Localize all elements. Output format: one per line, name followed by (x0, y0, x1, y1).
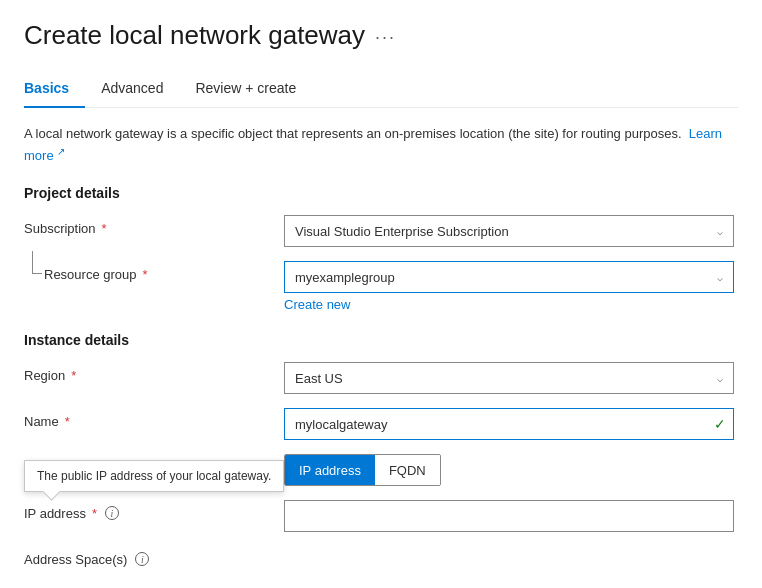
name-required: * (65, 414, 70, 429)
name-check-icon: ✓ (714, 416, 726, 432)
ip-address-input[interactable] (284, 500, 734, 532)
ip-address-required: * (92, 506, 97, 521)
external-link-icon: ↗ (57, 146, 65, 157)
subscription-row: Subscription * Visual Studio Enterprise … (24, 215, 738, 247)
ip-address-label-col: The public IP address of your local gate… (24, 500, 284, 521)
region-row: Region * East US ⌵ (24, 362, 738, 394)
project-details-section: Project details Subscription * Visual St… (24, 185, 738, 312)
ip-address-tooltip: The public IP address of your local gate… (24, 460, 284, 492)
instance-details-heading: Instance details (24, 332, 738, 348)
resource-group-chevron-icon: ⌵ (717, 272, 723, 283)
name-input-wrapper: ✓ (284, 408, 734, 440)
region-required: * (71, 368, 76, 383)
ip-address-info-icon[interactable]: i (105, 506, 119, 520)
ellipsis-menu-button[interactable]: ··· (375, 27, 396, 48)
tab-bar: Basics Advanced Review + create (24, 71, 738, 108)
resource-group-label: Resource group (44, 267, 137, 282)
name-control: ✓ (284, 408, 738, 440)
subscription-dropdown[interactable]: Visual Studio Enterprise Subscription ⌵ (284, 215, 734, 247)
instance-details-section: Instance details Region * East US ⌵ Name… (24, 332, 738, 588)
page-title: Create local network gateway (24, 20, 365, 51)
region-label-col: Region * (24, 362, 284, 383)
address-space-label: Address Space(s) (24, 552, 127, 567)
region-label: Region (24, 368, 65, 383)
tab-review-create[interactable]: Review + create (195, 72, 312, 108)
ip-address-row: The public IP address of your local gate… (24, 500, 738, 532)
subscription-chevron-icon: ⌵ (717, 226, 723, 237)
name-input[interactable] (284, 408, 734, 440)
address-space-label-col: Address Space(s) i (24, 546, 284, 567)
address-space-info-icon[interactable]: i (135, 552, 149, 566)
resource-group-control: myexamplegroup ⌵ Create new (284, 261, 738, 312)
ip-address-control (284, 500, 738, 532)
description-text: A local network gateway is a specific ob… (24, 124, 724, 165)
subscription-label: Subscription (24, 221, 96, 236)
resource-group-row: Resource group * myexamplegroup ⌵ Create… (24, 261, 738, 312)
endpoint-toggle-group: IP address FQDN (284, 454, 441, 486)
resource-group-label-col: Resource group * (24, 261, 284, 282)
name-label: Name (24, 414, 59, 429)
tab-advanced[interactable]: Advanced (101, 72, 179, 108)
resource-group-dropdown[interactable]: myexamplegroup ⌵ (284, 261, 734, 293)
resource-group-required: * (143, 267, 148, 282)
address-space-row: Address Space(s) i (24, 546, 738, 578)
ip-address-label: IP address (24, 506, 86, 521)
subscription-control: Visual Studio Enterprise Subscription ⌵ (284, 215, 738, 247)
region-control: East US ⌵ (284, 362, 738, 394)
create-new-resource-group-link[interactable]: Create new (284, 297, 350, 312)
region-dropdown[interactable]: East US ⌵ (284, 362, 734, 394)
fqdn-toggle-button[interactable]: FQDN (375, 455, 440, 485)
ip-address-toggle-button[interactable]: IP address (285, 455, 375, 485)
name-row: Name * ✓ (24, 408, 738, 440)
subscription-required: * (102, 221, 107, 236)
project-details-heading: Project details (24, 185, 738, 201)
tab-basics[interactable]: Basics (24, 72, 85, 108)
region-chevron-icon: ⌵ (717, 373, 723, 384)
endpoint-toggle-control: IP address FQDN (284, 454, 738, 486)
name-label-col: Name * (24, 408, 284, 429)
page-title-row: Create local network gateway ··· (24, 20, 738, 51)
subscription-label-col: Subscription * (24, 215, 284, 236)
